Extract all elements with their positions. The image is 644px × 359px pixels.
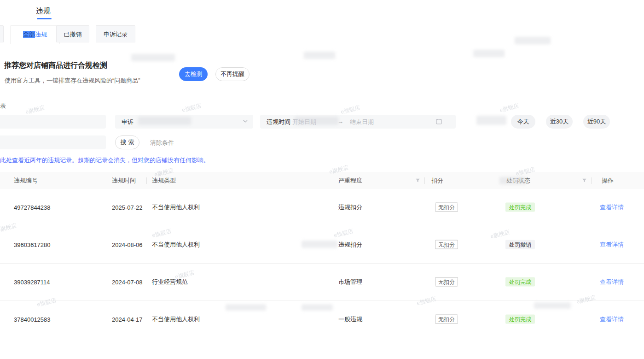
filter-input-1[interactable] xyxy=(0,115,106,129)
header-action: 操作 xyxy=(602,177,614,185)
view-details-link[interactable]: 查看详情 xyxy=(600,241,624,249)
quick-range-30days-button[interactable]: 近30天 xyxy=(546,115,573,129)
blur-patch xyxy=(476,116,506,125)
tab-revoked[interactable]: 已撤销 xyxy=(56,25,89,42)
status-cell: 处罚完成 xyxy=(505,204,535,212)
date-arrow-icon: → xyxy=(337,118,343,125)
violations-page: 违规 全部违规 已撤销 申诉记录 推荐您对店铺商品进行合规检测 使用官方工具，一… xyxy=(0,0,644,359)
deduction-cell: 无扣分 xyxy=(435,204,458,212)
severity: 市场管理 xyxy=(338,278,362,286)
deduction-cell: 无扣分 xyxy=(435,241,458,249)
violation-date-range-picker[interactable]: 违规时间 开始日期 → 结束日期 xyxy=(260,115,456,129)
severity: 违规扣分 xyxy=(338,203,362,212)
status-badge: 处罚撤销 xyxy=(505,240,535,249)
clear-conditions-link[interactable]: 清除条件 xyxy=(150,139,174,147)
chevron-down-icon xyxy=(243,119,248,124)
table-row: 49727844238 2025-07-22 不当使用他人权利 违规扣分 无扣分… xyxy=(0,189,644,226)
blur-patch xyxy=(473,50,505,57)
violation-time: 2024-07-08 xyxy=(112,279,143,286)
banner-title: 推荐您对店铺商品进行合规检测 xyxy=(4,61,107,71)
violation-time: 2025-07-22 xyxy=(112,204,143,211)
watermark: e旗舰店 xyxy=(499,102,520,114)
end-date-placeholder[interactable]: 结束日期 xyxy=(350,118,374,126)
violation-time: 2024-04-17 xyxy=(112,316,143,323)
status-badge: 处罚完成 xyxy=(505,315,535,324)
watermark: e旗舰店 xyxy=(25,104,46,116)
tab-bar: 全部违规 已撤销 申诉记录 xyxy=(0,25,644,42)
severity: 一般违规 xyxy=(338,315,362,324)
retention-notice: 此处查看近两年的违规记录。超期的记录会消失，但对您的店铺没有任何影响。 xyxy=(0,156,209,165)
header-violation-type: 违规类型 xyxy=(152,177,176,185)
tab-appeal-records[interactable]: 申诉记录 xyxy=(96,25,135,42)
start-date-placeholder[interactable]: 开始日期 xyxy=(292,118,316,126)
date-range-label: 违规时间 xyxy=(267,118,290,126)
banner-subtitle: 使用官方工具，一键排查存在违规风险的“问题商品” xyxy=(5,77,140,85)
quick-range-90days-button[interactable]: 近90天 xyxy=(583,115,610,129)
violation-id: 39603617280 xyxy=(14,241,51,248)
deduction-cell: 无扣分 xyxy=(435,316,458,324)
view-details-link[interactable]: 查看详情 xyxy=(600,278,624,286)
header-divider xyxy=(146,177,147,184)
appeal-select-label: 申诉 xyxy=(122,118,133,126)
status-cell: 处罚完成 xyxy=(505,316,535,324)
header-divider xyxy=(0,20,644,20)
deduction-cell: 无扣分 xyxy=(435,278,458,286)
table-row: 37840012583 2024-04-17 不当使用他人权利 一般违规 无扣分… xyxy=(0,301,644,338)
status-badge: 处罚完成 xyxy=(505,277,535,287)
table-header: 违规编号 违规时间 违规类型 严重程度 扣分 处罚状态 操作 xyxy=(0,172,644,189)
violation-type: 行业经营规范 xyxy=(152,278,188,286)
go-check-button[interactable]: 去检测 xyxy=(179,67,208,81)
page-title: 违规 xyxy=(36,6,51,16)
blur-patch xyxy=(131,54,175,61)
search-button[interactable]: 搜 索 xyxy=(115,135,139,149)
header-violation-id: 违规编号 xyxy=(14,177,38,185)
violation-id: 49727844238 xyxy=(14,204,51,211)
filter-input-2[interactable] xyxy=(0,135,106,149)
status-badge: 处罚完成 xyxy=(505,203,535,212)
tab-all-violations[interactable]: 全部违规 xyxy=(10,25,60,44)
tab-label-rest: 违规 xyxy=(35,31,47,38)
view-details-link[interactable]: 查看详情 xyxy=(600,315,624,324)
deduction-tag: 无扣分 xyxy=(435,315,458,324)
header-violation-time: 违规时间 xyxy=(112,177,136,185)
watermark: e旗舰店 xyxy=(340,104,361,116)
severity-filter-icon[interactable] xyxy=(415,178,420,183)
header-deduction: 扣分 xyxy=(431,177,443,185)
selected-text: 全部 xyxy=(23,31,35,38)
deduction-tag: 无扣分 xyxy=(435,240,458,249)
violation-type: 不当使用他人权利 xyxy=(152,315,200,324)
table-row: 39039287114 2024-07-08 行业经营规范 市场管理 无扣分 处… xyxy=(0,264,644,301)
deduction-tag: 无扣分 xyxy=(435,203,458,212)
deduction-tag: 无扣分 xyxy=(435,277,458,287)
violation-type: 不当使用他人权利 xyxy=(152,203,200,212)
header-divider xyxy=(591,177,592,184)
quick-range-today-button[interactable]: 今天 xyxy=(511,115,535,129)
violation-id: 39039287114 xyxy=(14,279,50,286)
header-divider xyxy=(424,177,425,184)
view-details-link[interactable]: 查看详情 xyxy=(600,203,624,212)
violation-time: 2024-08-06 xyxy=(112,241,143,248)
header-penalty-status: 处罚状态 xyxy=(506,177,530,185)
status-filter-icon[interactable] xyxy=(582,178,587,183)
table-row: 39603617280 2024-08-06 不当使用他人权利 违规扣分 无扣分… xyxy=(0,226,644,264)
status-cell: 处罚完成 xyxy=(505,278,535,286)
appeal-select[interactable]: 申诉 xyxy=(115,115,253,129)
status-cell: 处罚撤销 xyxy=(505,241,535,249)
dismiss-reminder-button[interactable]: 不再提醒 xyxy=(215,67,249,81)
severity: 违规扣分 xyxy=(338,241,362,249)
violation-id: 37840012583 xyxy=(14,316,51,323)
tab-fragment-cutoff[interactable] xyxy=(0,25,4,42)
calendar-icon xyxy=(436,118,442,124)
violation-type: 不当使用他人权利 xyxy=(152,241,200,249)
cutoff-list-label: 表 xyxy=(0,102,6,110)
active-title-underline xyxy=(37,18,52,19)
header-severity: 严重程度 xyxy=(338,177,362,185)
blur-patch xyxy=(304,52,335,59)
watermark: e旗舰店 xyxy=(181,102,203,114)
